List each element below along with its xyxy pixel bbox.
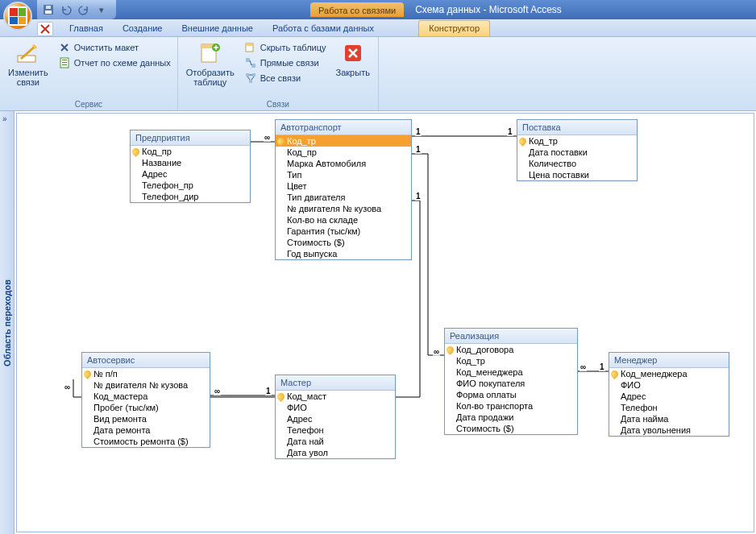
show-table-button[interactable]: Отобразить таблицу: [181, 39, 239, 89]
tab-home[interactable]: Главная: [60, 21, 113, 36]
cardinality-many: ∞: [214, 387, 221, 395]
table-field[interactable]: Кол-во на складе: [276, 214, 411, 226]
table-field[interactable]: Цена поставки: [517, 169, 637, 180]
table-field[interactable]: Дата увол: [276, 447, 395, 458]
cardinality-one: 1: [507, 127, 513, 136]
save-icon[interactable]: [42, 3, 55, 16]
table-field[interactable]: Адрес: [609, 391, 729, 402]
edit-relationships-label: Изменить связи: [8, 68, 48, 87]
table-field[interactable]: Цвет: [276, 180, 411, 192]
workspace: » Область переходов 1 ∞ 1 1 1 ∞ 1 ∞ ∞ 1 …: [0, 111, 756, 534]
table-menedzher[interactable]: Менеджер Код_менеджераФИОАдресТелефонДат…: [609, 352, 729, 437]
table-predpriyatiya[interactable]: Предприятия Код_прНазваниеАдресТелефон_п…: [130, 130, 251, 203]
table-field[interactable]: Дата продажи: [445, 412, 577, 423]
table-field[interactable]: ФИО покупателя: [445, 378, 577, 389]
cardinality-one: 1: [415, 127, 422, 136]
table-field[interactable]: Телефон: [609, 402, 729, 413]
show-table-icon: [197, 40, 223, 66]
table-field[interactable]: № двигателя № кузова: [82, 379, 210, 391]
svg-rect-7: [62, 64, 67, 65]
undo-icon[interactable]: [60, 3, 73, 16]
expand-navpane-icon: »: [2, 114, 7, 123]
table-field[interactable]: Тип двигателя: [276, 192, 411, 203]
table-field[interactable]: Дата увольнения: [609, 424, 729, 436]
svg-rect-1: [45, 10, 52, 14]
table-field[interactable]: № п/п: [82, 368, 210, 379]
table-field[interactable]: Адрес: [131, 168, 250, 180]
table-avtoservice[interactable]: Автосервис № п/п№ двигателя № кузоваКод_…: [81, 352, 210, 448]
tab-design[interactable]: Конструктор: [418, 20, 490, 36]
table-field[interactable]: ФИО: [276, 402, 395, 413]
table-field[interactable]: Код_тр: [517, 135, 637, 147]
svg-rect-2: [46, 6, 51, 9]
table-field[interactable]: Код_менеджера: [609, 368, 729, 379]
navigation-pane-label: Область переходов: [2, 279, 12, 366]
table-field[interactable]: Код_тр: [276, 135, 411, 147]
relationships-canvas[interactable]: 1 ∞ 1 1 1 ∞ 1 ∞ ∞ 1 ∞ 1 Предприятия Код_…: [16, 113, 754, 532]
table-title: Автосервис: [82, 353, 210, 368]
table-field[interactable]: Количество: [517, 158, 637, 169]
table-field[interactable]: Кол-во транспорта: [445, 400, 577, 412]
hide-table-icon: [244, 41, 257, 54]
close-button[interactable]: Закрыть: [331, 39, 375, 79]
table-field[interactable]: Адрес: [276, 413, 395, 424]
cardinality-many: ∞: [433, 347, 440, 356]
table-field[interactable]: Телефон_пр: [131, 180, 250, 191]
close-icon: [340, 40, 366, 66]
table-field[interactable]: Стоимость ($): [445, 423, 577, 434]
table-field[interactable]: Дата най: [276, 436, 395, 447]
relationship-report-button[interactable]: Отчет по схеме данных: [55, 56, 174, 70]
office-button[interactable]: [3, 2, 32, 31]
table-field[interactable]: Код_менеджера: [445, 366, 577, 378]
table-field[interactable]: Код_пр: [131, 146, 250, 157]
app-mode-icon[interactable]: [37, 22, 53, 36]
table-title: Мастер: [276, 375, 395, 391]
table-master[interactable]: Мастер Код_мастФИОАдресТелефонДата найДа…: [275, 375, 396, 459]
svg-rect-6: [62, 62, 67, 63]
relationship-report-icon: [58, 56, 71, 69]
cardinality-many: ∞: [579, 362, 587, 371]
all-relationships-button[interactable]: Все связи: [241, 71, 330, 85]
table-field[interactable]: Дата поставки: [517, 147, 637, 158]
table-field[interactable]: Пробег (тыс/км): [82, 402, 210, 413]
table-field[interactable]: Дата ремонта: [82, 424, 210, 436]
tab-database-tools[interactable]: Работа с базами данных: [263, 21, 384, 36]
cardinality-one: 1: [415, 192, 422, 201]
redo-icon[interactable]: [77, 3, 90, 16]
table-field[interactable]: Телефон_дир: [131, 191, 250, 202]
table-field[interactable]: Форма оплаты: [445, 389, 577, 400]
table-field[interactable]: Телефон: [276, 424, 395, 436]
table-field[interactable]: Вид ремонта: [82, 413, 210, 424]
clear-layout-button[interactable]: Очистить макет: [55, 40, 174, 55]
office-logo-icon: [8, 6, 27, 26]
svg-rect-12: [246, 43, 253, 46]
hide-table-button[interactable]: Скрыть таблицу: [241, 40, 330, 55]
tab-create[interactable]: Создание: [113, 21, 172, 36]
table-field[interactable]: Код_мастера: [82, 391, 210, 402]
table-title: Реализация: [445, 329, 577, 344]
table-field[interactable]: Дата найма: [609, 413, 729, 424]
direct-relationships-button[interactable]: Прямые связи: [241, 56, 330, 70]
edit-relationships-button[interactable]: Изменить связи: [3, 39, 53, 89]
table-realizatsiya[interactable]: Реализация Код_договораКод_трКод_менедже…: [444, 328, 578, 435]
table-field[interactable]: Код_тр: [445, 355, 577, 366]
table-field[interactable]: Марка Автомобиля: [276, 158, 411, 169]
qat-dropdown-icon[interactable]: ▾: [95, 3, 108, 16]
table-field[interactable]: Название: [131, 157, 250, 168]
tab-external-data[interactable]: Внешние данные: [172, 21, 263, 36]
table-field[interactable]: Год выпуска: [276, 248, 411, 259]
table-field[interactable]: Код_пр: [276, 147, 411, 158]
table-field[interactable]: Стоимость ($): [276, 237, 411, 248]
cardinality-many: ∞: [264, 133, 271, 142]
table-field[interactable]: Стоимость ремонта ($): [82, 436, 210, 447]
ribbon-group-relationships: Отобразить таблицу Скрыть таблицу Прямые…: [178, 37, 379, 110]
table-field[interactable]: № двигателя № кузова: [276, 203, 411, 214]
navigation-pane-collapsed[interactable]: » Область переходов: [0, 111, 15, 534]
table-field[interactable]: Код_договора: [445, 344, 577, 355]
table-field[interactable]: Гарантия (тыс/км): [276, 226, 411, 237]
table-postavka[interactable]: Поставка Код_трДата поставкиКоличествоЦе…: [517, 119, 638, 181]
table-field[interactable]: Тип: [276, 169, 411, 180]
table-field[interactable]: Код_маст: [276, 391, 395, 402]
table-avtotransport[interactable]: Автотранспорт Код_трКод_прМарка Автомоби…: [275, 119, 412, 260]
table-field[interactable]: ФИО: [609, 379, 729, 391]
